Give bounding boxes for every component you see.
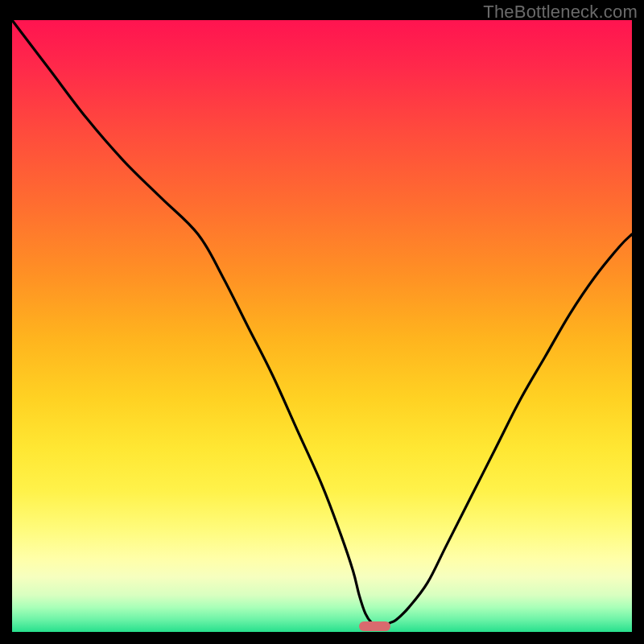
optimal-range-marker: [359, 621, 390, 631]
plot-area: [12, 20, 632, 632]
bottleneck-curve: [12, 20, 632, 632]
watermark-text: TheBottleneck.com: [483, 2, 638, 23]
chart-frame: TheBottleneck.com: [0, 0, 644, 644]
